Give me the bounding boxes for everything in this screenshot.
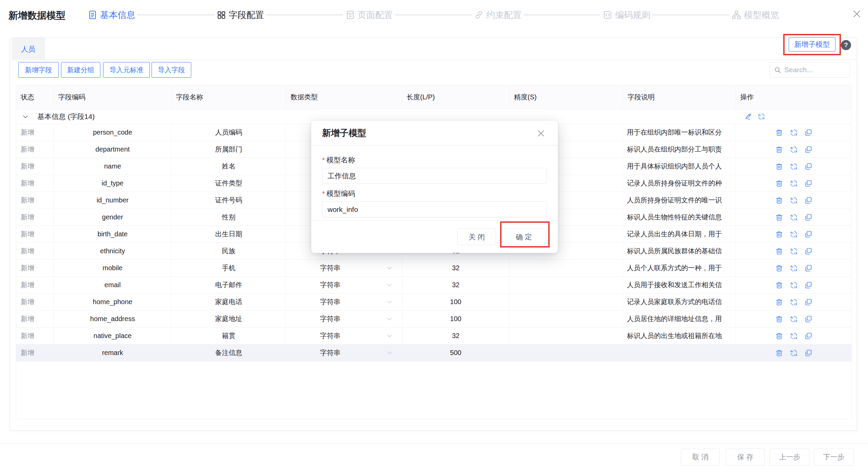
table-row[interactable]: 新增 remark 备注信息 字符串 500 中En [16,344,851,361]
delete-icon[interactable] [775,264,783,272]
translate-icon[interactable]: 中En [790,213,798,221]
modal-close-icon[interactable] [536,129,546,138]
operations-cell: 中En [736,124,851,141]
operations-cell: 中En [736,277,851,293]
table-row[interactable]: 新增 home_phone 家庭电话 字符串 100 记录人员家庭联系方式的电话… [16,294,851,311]
chevron-down-icon[interactable] [22,113,29,120]
copy-icon[interactable] [804,332,812,340]
delete-icon[interactable] [775,162,783,171]
translate-icon[interactable]: 中En [790,129,798,137]
copy-icon[interactable] [804,179,812,187]
delete-icon[interactable] [775,298,783,306]
copy-icon[interactable] [804,129,812,137]
help-icon[interactable]: ? [841,40,851,50]
translate-icon[interactable]: 中En [790,179,798,187]
sitemap-icon [731,10,742,20]
close-icon[interactable] [852,9,862,19]
data-type-select[interactable]: 字符串 [320,280,393,290]
translate-icon[interactable]: 中En [790,162,798,171]
data-type-select[interactable]: 字符串 [320,297,393,307]
copy-icon[interactable] [804,213,812,221]
edit-group-icon[interactable] [744,113,752,120]
delete-icon[interactable] [775,349,783,357]
step-4[interactable]: 约束配置 [474,9,521,21]
delete-icon[interactable] [775,332,783,340]
precision-cell [510,260,623,276]
copy-icon[interactable] [804,162,812,171]
copy-icon[interactable] [804,349,812,357]
translate-icon[interactable]: 中En [790,196,798,204]
delete-icon[interactable] [775,196,783,204]
precision-cell [510,344,623,361]
footer-button-3[interactable]: 上一步 [770,449,810,466]
delete-icon[interactable] [775,230,783,238]
delete-icon[interactable] [775,129,783,137]
footer-button-1[interactable]: 取 消 [681,449,720,466]
svg-text:中: 中 [791,231,794,235]
copy-icon[interactable] [804,264,812,272]
toolbar-button-4[interactable]: 导入字段 [152,62,191,78]
toolbar-button-2[interactable]: 新建分组 [61,62,100,78]
field-desc-cell: 用于在组织内部唯一标识和区分 [623,124,736,141]
svg-text:En: En [794,252,797,255]
copy-icon[interactable] [804,196,812,204]
copy-icon[interactable] [804,230,812,238]
data-type-select[interactable]: 字符串 [320,263,393,273]
modal-close-button[interactable]: 关 闭 [457,229,496,245]
translate-icon[interactable]: 中En [790,281,798,289]
table-row[interactable]: 新增 native_place 籍贯 字符串 32 标识人员的出生地或祖籍所在地… [16,328,851,344]
tab-person[interactable]: 人员 [12,38,45,60]
step-1[interactable]: 基本信息 [87,9,135,21]
toolbar-button-3[interactable]: 导入元标准 [103,62,150,78]
step-5[interactable]: 编码规则 [603,9,650,21]
delete-icon[interactable] [775,179,783,187]
delete-icon[interactable] [775,247,783,255]
field-desc-cell: 标识人员的出生地或祖籍所在地 [623,328,736,344]
field-name-cell: 家庭电话 [172,294,286,310]
translate-icon[interactable]: 中En [790,247,798,255]
svg-text:中: 中 [791,180,794,184]
model-name-input[interactable] [322,168,547,184]
data-type-cell: 字符串 [286,344,402,361]
table-row[interactable]: 新增 mobile 手机 字符串 32 人员个人联系方式的一种，用于 中En [16,260,851,277]
step-3[interactable]: 页面配置 [345,9,393,21]
chevron-down-icon [386,265,393,271]
data-type-select[interactable]: 字符串 [320,314,393,323]
translate-icon[interactable]: 中En [790,145,798,154]
footer-button-2[interactable]: 保 存 [726,449,765,466]
translate-icon[interactable]: 中En [790,349,798,357]
copy-icon[interactable] [804,145,812,154]
delete-icon[interactable] [775,145,783,154]
step-2[interactable]: 字段配置 [216,9,264,21]
delete-icon[interactable] [775,315,783,323]
field-name-cell: 所属部门 [172,141,286,158]
step-6[interactable]: 模型概览 [731,9,779,21]
step-connector [137,15,214,15]
search-input[interactable] [784,66,846,74]
table-row[interactable]: 新增 home_address 家庭地址 字符串 100 人员居住地的详细地址信… [16,311,851,328]
footer-button-4[interactable]: 下一步 [814,449,854,466]
add-submodel-button[interactable]: 新增子模型 [789,37,835,52]
table-row[interactable]: 新增 email 电子邮件 字符串 32 人员用于接收和发送工作相关信 中En [16,277,851,294]
translate-icon[interactable]: 中En [790,315,798,323]
toolbar-button-1[interactable]: 新增字段 [18,62,59,78]
copy-icon[interactable] [804,298,812,306]
data-type-select[interactable]: 字符串 [320,331,393,340]
translate-icon[interactable]: 中En [790,298,798,306]
translate-group-icon[interactable]: 中En [757,113,765,120]
translate-icon[interactable]: 中En [790,332,798,340]
copy-icon[interactable] [804,247,812,255]
copy-icon[interactable] [804,281,812,289]
delete-icon[interactable] [775,213,783,221]
translate-icon[interactable]: 中En [790,264,798,272]
copy-icon[interactable] [804,315,812,323]
delete-icon[interactable] [775,281,783,289]
data-type-select[interactable]: 字符串 [320,348,393,357]
svg-text:中: 中 [758,114,761,117]
field-desc-cell: 记录人员家庭联系方式的电话信 [623,294,736,310]
modal-confirm-button[interactable]: 确 定 [502,229,546,245]
operations-cell: 中En [736,243,851,259]
translate-icon[interactable]: 中En [790,230,798,238]
model-code-input[interactable] [322,201,547,217]
svg-text:En: En [794,235,797,238]
